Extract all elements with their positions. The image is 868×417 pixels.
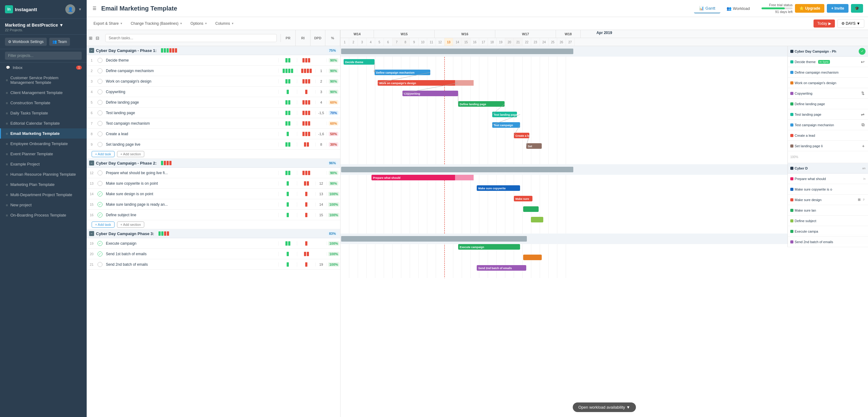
task-check[interactable]: [97, 110, 102, 116]
sync-done-button[interactable]: ✓: [859, 48, 866, 55]
task-check[interactable]: [97, 100, 102, 105]
task-check[interactable]: [97, 68, 102, 73]
link-button[interactable]: ⇌: [860, 111, 866, 118]
day-3: 3: [358, 38, 367, 46]
day-8: 8: [401, 38, 410, 46]
sidebar-item-email-marketing[interactable]: ≡ Email Marketing Template: [0, 128, 87, 138]
task-check[interactable]: [97, 89, 102, 94]
sidebar-item-customer-service[interactable]: ≡ Customer Service Problem Management Te…: [0, 73, 87, 88]
task-check[interactable]: [97, 181, 102, 186]
right-label-text: Define campaign mechanism: [795, 70, 839, 74]
filter-projects-input[interactable]: [5, 52, 82, 60]
task-name[interactable]: Make sure landing page is ready an...: [103, 202, 278, 206]
task-name[interactable]: Test landing page: [103, 111, 278, 115]
gantt-view-button[interactable]: 📊 Gantt: [694, 4, 720, 13]
task-name[interactable]: Set landing page live: [103, 142, 278, 147]
task-name[interactable]: Decide theme: [103, 58, 278, 63]
sidebar-item-employee-onboarding[interactable]: ≡ Employee Onboarding Template: [0, 138, 87, 149]
undo-button[interactable]: ↩: [860, 59, 866, 65]
workload-availability-button[interactable]: Open workload availability ▼: [573, 403, 636, 412]
view-toggle-button[interactable]: ⊟: [95, 35, 100, 41]
sidebar-item-inbox[interactable]: 💬 Inbox 1: [0, 63, 87, 73]
export-share-button[interactable]: Export & Share ▼: [90, 20, 126, 27]
change-tracking-button[interactable]: Change Tracking (Baselines) ▼: [127, 20, 185, 27]
days-button[interactable]: ⚙ DAYS ▼: [837, 19, 864, 28]
task-name[interactable]: Define landing page: [103, 100, 278, 104]
avatar[interactable]: 👤: [65, 4, 75, 14]
sidebar-chevron-icon[interactable]: ▼: [78, 7, 82, 11]
task-check[interactable]: [97, 79, 102, 84]
task-check[interactable]: ✓: [97, 213, 102, 218]
add-column-button[interactable]: ⊞: [88, 35, 93, 41]
task-check[interactable]: [97, 170, 102, 175]
copy-button[interactable]: ⧉: [861, 121, 866, 128]
sidebar-item-editorial[interactable]: ≡ Editorial Calendar Template: [0, 118, 87, 128]
task-dot: [790, 230, 794, 233]
task-check[interactable]: [97, 131, 102, 136]
task-name[interactable]: Prepare what should be going live fi...: [103, 171, 278, 175]
day-19: 19: [497, 38, 505, 46]
svg-rect-49: [341, 167, 573, 172]
day-7: 7: [393, 38, 401, 46]
day-13: 13: [444, 38, 453, 46]
workbook-settings-button[interactable]: ⚙ Workbook Settings: [5, 38, 47, 46]
task-name[interactable]: Make sure design is on point: [103, 192, 278, 196]
task-name[interactable]: Create a lead: [103, 132, 278, 136]
task-name[interactable]: Work on campaign's design: [103, 79, 278, 84]
add-section-button[interactable]: + Add section: [117, 151, 144, 157]
task-check[interactable]: ✓: [97, 202, 102, 207]
table-row: 20 ✓ Send 1st batch of emails 100%: [87, 249, 340, 259]
task-name[interactable]: Make sure copywrite is on point: [103, 181, 278, 186]
options-button[interactable]: Options ▼: [187, 20, 210, 27]
task-check[interactable]: [97, 58, 102, 63]
search-input[interactable]: [105, 34, 277, 42]
sidebar-item-event-planner[interactable]: ≡ Event Planner Template: [0, 149, 87, 159]
invite-button[interactable]: + Invite: [827, 4, 848, 13]
grid-button[interactable]: ⊞: [857, 197, 862, 203]
workspace-name[interactable]: Marketing at BestPractice ▼: [5, 23, 82, 28]
task-name[interactable]: Test campaign mechanism: [103, 121, 278, 126]
graduation-button[interactable]: 🎓: [851, 4, 863, 13]
workload-view-button[interactable]: 👥 Workload: [721, 4, 755, 13]
task-check[interactable]: ✓: [97, 241, 102, 246]
sidebar-actions: ⚙ Workbook Settings 👥 Team: [0, 35, 87, 49]
task-check[interactable]: ✓: [97, 252, 102, 256]
sidebar-item-label: Customer Service Problem Management Temp…: [10, 75, 82, 85]
group-collapse-button[interactable]: −: [89, 48, 94, 53]
task-check[interactable]: ✓: [97, 191, 102, 196]
menu-toggle-button[interactable]: ☰: [92, 5, 97, 12]
sidebar-item-multi-dept[interactable]: ≡ Multi-Department Project Template: [0, 190, 87, 200]
sidebar-item-daily-tasks[interactable]: ≡ Daily Tasks Template: [0, 108, 87, 118]
group-collapse-button[interactable]: −: [89, 161, 94, 165]
task-check[interactable]: [97, 121, 102, 126]
sidebar-item-hr-planning[interactable]: ≡ Human Resource Planning Template: [0, 169, 87, 180]
sort-button[interactable]: ⇅: [860, 90, 866, 97]
sidebar-item-onboarding-process[interactable]: ≡ On-Boarding Process Template: [0, 210, 87, 220]
sidebar-item-construction[interactable]: ≡ Construction Template: [0, 98, 87, 108]
columns-button[interactable]: Columns ▼: [212, 20, 237, 27]
pct-badge: 60%: [329, 121, 338, 126]
day-1: 1: [341, 38, 349, 46]
task-name[interactable]: Copywriting: [103, 90, 278, 94]
task-name[interactable]: Execute campaign: [103, 241, 278, 246]
task-name[interactable]: Send 2nd batch of emails: [103, 262, 278, 267]
add-task-button[interactable]: + Add task: [92, 151, 115, 157]
today-button[interactable]: Today ▶: [813, 20, 835, 28]
add-section-button-2[interactable]: + Add section: [117, 222, 144, 228]
add-button[interactable]: +: [861, 142, 866, 150]
upgrade-button[interactable]: ⭐ Upgrade: [795, 4, 824, 13]
svg-rect-57: [523, 206, 539, 212]
add-task-button-2[interactable]: + Add task: [92, 222, 115, 228]
task-check[interactable]: [97, 142, 102, 147]
task-name[interactable]: Define campaign mechanism: [103, 69, 278, 73]
group-collapse-button[interactable]: −: [89, 231, 94, 236]
task-name[interactable]: Send 1st batch of emails: [103, 252, 278, 256]
sidebar-item-marketing-plan[interactable]: ≡ Marketing Plan Template: [0, 180, 87, 190]
sidebar-item-new-project[interactable]: ≡ New project: [0, 200, 87, 210]
team-button[interactable]: 👥 Team: [49, 38, 70, 46]
day-6: 6: [384, 38, 393, 46]
sidebar-item-example-project[interactable]: ≡ Example Project: [0, 159, 87, 169]
sidebar-item-client-management[interactable]: ≡ Client Management Template: [0, 88, 87, 98]
task-name[interactable]: Define subject line: [103, 213, 278, 217]
task-check[interactable]: [97, 262, 102, 267]
